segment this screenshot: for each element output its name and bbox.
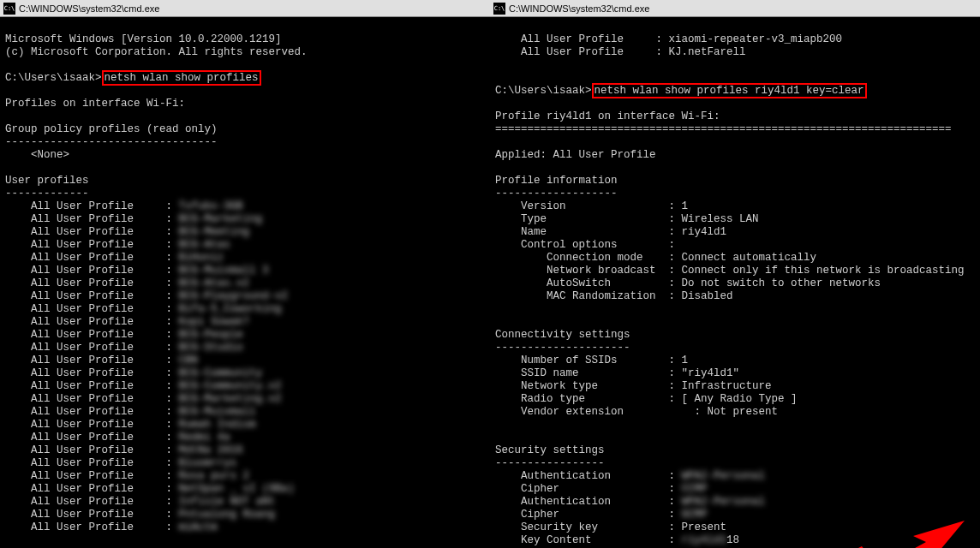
- kv-value: GCMP: [682, 509, 708, 521]
- profile-row: All User Profile : Rosa purs 2: [5, 470, 485, 483]
- profile-row: All User Profile : BCG-Marketing.v2: [5, 393, 485, 406]
- kv-sep: [669, 406, 695, 418]
- profile-label: All User Profile :: [5, 200, 179, 212]
- terminal-right[interactable]: All User Profile : xiaomi-repeater-v3_mi…: [490, 17, 980, 548]
- kv-sep: :: [669, 483, 682, 495]
- kv-value: Do not switch to other networks: [682, 277, 881, 289]
- titlebar-right[interactable]: C:\ C:\WINDOWS\system32\cmd.exe: [490, 0, 980, 17]
- profile-label: All User Profile :: [5, 277, 179, 289]
- profile-row: All User Profile : NetSpan _ sI (9Ba): [5, 483, 485, 496]
- profile-label: All User Profile :: [5, 406, 179, 418]
- profile-row: All User Profile : Rumah Indism: [5, 419, 485, 432]
- kv-value: WPA2-Personal: [682, 496, 766, 509]
- command-highlight-left: netsh wlan show profiles: [102, 70, 261, 86]
- profile-value: BCG-Marketing.v2: [179, 393, 282, 406]
- kv-key: Version: [495, 200, 669, 212]
- profile-row: All User Profile : CBN: [5, 354, 485, 367]
- dash-line: ---------------------: [495, 342, 630, 354]
- kv-row: MAC Randomization : Disabled: [495, 290, 975, 303]
- kv-value: CCMP: [682, 483, 708, 496]
- profile-value: BCG-Studio: [179, 342, 243, 354]
- profile-label: All User Profile :: [5, 213, 179, 225]
- dash-line: -----------------: [495, 457, 605, 469]
- group-policy-header: Group policy profiles (read only): [5, 123, 218, 135]
- kv-row: Network broadcast : Connect only if this…: [495, 265, 975, 277]
- cmd-window-right: C:\ C:\WINDOWS\system32\cmd.exe All User…: [490, 0, 980, 548]
- profile-label: All User Profile :: [5, 521, 179, 533]
- profile-row: All User Profile : Kopi Sowak?: [5, 316, 485, 329]
- profile-row: All User Profile : BCG-Muixmall: [5, 406, 485, 419]
- profile-value: Txfubs-3GB: [179, 200, 243, 213]
- kv-value: [ Any Radio Type ]: [682, 393, 798, 405]
- command-highlight-right: netsh wlan show profiles riy4ld1 key=cle…: [592, 83, 867, 98]
- kv-row: SSID name : "riy4ld1": [495, 367, 975, 380]
- profile-label: All User Profile :: [5, 265, 179, 277]
- profile-value: NetSpan _ sI (9Ba): [179, 483, 295, 496]
- profile-value: CBN: [179, 354, 199, 367]
- profile-row: All User Profile : Pntualong Roang: [5, 509, 485, 521]
- profile-row: All User Profile : MdtNa 2016: [5, 444, 485, 457]
- kv-key: Key Content: [495, 534, 669, 546]
- kv-sep: :: [669, 534, 682, 546]
- profile-value: BiHoniz: [179, 252, 224, 265]
- kv-row: Key Content : riy4ld118: [495, 534, 975, 547]
- kv-value: Connect only if this network is broadcas…: [682, 265, 965, 277]
- profile-row: All User Profile : BCG-Community.v2: [5, 380, 485, 393]
- kv-key: Authentication: [495, 496, 669, 508]
- kv-row: Control options :: [495, 239, 975, 252]
- kv-sep: :: [669, 380, 682, 392]
- kv-row: Vendor extension : Not present: [495, 406, 975, 419]
- cmd-icon: C:\: [3, 3, 15, 15]
- kv-sep: :: [669, 509, 682, 521]
- dash-line: -------------------: [495, 188, 618, 200]
- kv-key: Connection mode: [495, 252, 669, 264]
- profile-value: BCG-Atas: [179, 239, 230, 252]
- profile-value: Redmi 4a: [179, 432, 230, 444]
- profile-value: BCG-People: [179, 329, 243, 342]
- prompt: C:\Users\isaak>: [5, 72, 102, 84]
- profile-label: All User Profile :: [5, 483, 179, 495]
- profile-label: All User Profile :: [5, 290, 179, 302]
- profile-row: All User Profile : BiHoniz: [5, 252, 485, 265]
- kv-key: Vendor extension: [495, 406, 669, 418]
- section-header: Profile information: [495, 175, 618, 187]
- kv-value: : Not present: [695, 406, 779, 418]
- cmd-window-left: C:\ C:\WINDOWS\system32\cmd.exe Microsof…: [0, 0, 490, 548]
- profile-row: All User Profile : Bifa-5_Coworking: [5, 303, 485, 316]
- kv-key: Authentication: [495, 470, 669, 482]
- kv-sep: :: [669, 252, 682, 264]
- titlebar-left[interactable]: C:\ C:\WINDOWS\system32\cmd.exe: [0, 0, 490, 17]
- kv-value: riy4ld1: [682, 534, 727, 547]
- user-profiles-header: User profiles: [5, 175, 89, 187]
- profile-row: All User Profile : BCG-People: [5, 329, 485, 342]
- profile-label: All User Profile :: [5, 354, 179, 366]
- profile-value: BCG-Atas.v2: [179, 277, 250, 290]
- kv-key: Cipher: [495, 509, 669, 521]
- terminal-left[interactable]: Microsoft Windows [Version 10.0.22000.12…: [0, 17, 490, 548]
- kv-row: Security key : Present: [495, 521, 975, 534]
- kv-key: Radio type: [495, 393, 669, 405]
- profile-label: All User Profile :: [5, 444, 179, 456]
- profile-value: Bluomrrys: [179, 457, 237, 470]
- profile-label: All User Profile :: [5, 226, 179, 238]
- kv-key: Cipher: [495, 483, 669, 495]
- profile-value: BCG-Community: [179, 367, 263, 380]
- profile-value: MdtNa 2016: [179, 444, 243, 457]
- kv-sep: :: [669, 200, 682, 212]
- profile-list: All User Profile : Txfubs-3GB All User P…: [5, 200, 485, 534]
- kv-value: Disabled: [682, 290, 733, 302]
- profile-row: All User Profile : Bluomrrys: [5, 457, 485, 470]
- profile-row: All User Profile : Infisle NOT aNt: [5, 496, 485, 509]
- win-version: Microsoft Windows [Version 10.0.22000.12…: [5, 33, 282, 45]
- profile-row: All User Profile : miActm: [5, 521, 485, 534]
- command-text: netsh wlan show profiles: [105, 72, 259, 84]
- kv-row: Name : riy4ld1: [495, 226, 975, 239]
- profile-value: Rumah Indism: [179, 419, 256, 432]
- kv-row: Number of SSIDs : 1: [495, 354, 975, 367]
- kv-sep: :: [669, 496, 682, 508]
- kv-row: Authentication : WPA2-Personal: [495, 470, 975, 483]
- kv-value: WPA2-Personal: [682, 470, 766, 483]
- section-header: Connectivity settings: [495, 329, 630, 341]
- profile-label: All User Profile :: [5, 432, 179, 444]
- kv-sep: :: [669, 239, 676, 251]
